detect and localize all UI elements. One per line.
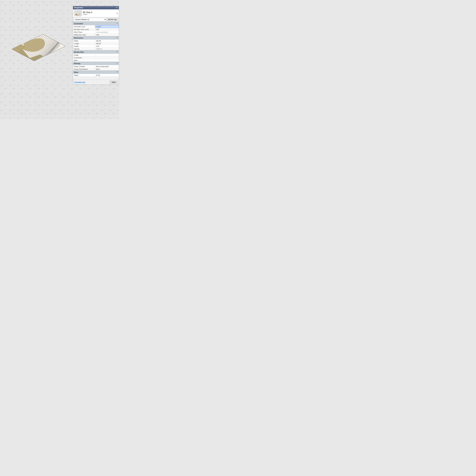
- prop-value[interactable]: 260.00: [95, 42, 119, 45]
- prop-volume: Volume 0.094 m2: [73, 48, 119, 50]
- prop-label: Length: [73, 42, 95, 45]
- other-properties: Offset 31.50: [73, 74, 119, 77]
- section-other[interactable]: Other ⌃: [73, 70, 119, 74]
- prop-width: Width 180.00: [73, 40, 119, 42]
- prop-phase-created: Phase Created New Construction: [73, 65, 119, 68]
- type-dropdown[interactable]: Generic Models (1): [74, 18, 106, 21]
- identity-data-label: Identity Data: [74, 51, 84, 53]
- dimensions-properties: Width 180.00 Length 260.00 Height 2.00 V…: [73, 40, 119, 50]
- prop-value[interactable]: 0.00: [95, 28, 119, 31]
- prop-label: Offset: [73, 74, 95, 76]
- dropdown-arrow-icon: ▾: [117, 12, 118, 15]
- apply-button[interactable]: Apply: [110, 81, 118, 84]
- dimensions-label: Dimensions: [74, 37, 83, 39]
- prop-value[interactable]: Level 1: [95, 25, 119, 28]
- prop-value[interactable]: [95, 59, 119, 62]
- prop-value[interactable]: New Construction: [95, 65, 119, 68]
- panel-footer: Properties help Apply: [73, 80, 119, 85]
- prop-work-plane: Work Plane <not associated>: [73, 31, 119, 34]
- prop-label: Phase Created: [73, 65, 95, 68]
- edit-type-icon: ⊞: [108, 18, 110, 20]
- section-phasing[interactable]: Phasing ⌃: [73, 62, 119, 65]
- prop-length: Length 260.00: [73, 42, 119, 45]
- prop-label: Height: [73, 45, 95, 48]
- constraints-properties: Schedule Level Level 1 Elevation from Le…: [73, 25, 119, 36]
- prop-label: Phase Demolished: [73, 68, 95, 70]
- prop-value[interactable]: None: [95, 68, 119, 70]
- constraints-label: Constraints: [74, 23, 83, 25]
- properties-panel: Properties ✕ RD_Rug 11 Green: [73, 6, 119, 85]
- other-label: Other: [74, 71, 78, 73]
- prop-label: Elevation from Level: [73, 28, 95, 31]
- edit-type-label: Edit Type: [110, 18, 117, 20]
- svg-line-45: [59, 25, 66, 47]
- prop-offset-from-host: Offset from Host 0.00: [73, 34, 119, 36]
- other-toggle-icon: ⌃: [116, 71, 118, 73]
- identity-data-properties: Image Comments Mark: [73, 54, 119, 62]
- item-thumbnail: [74, 10, 82, 16]
- prop-label: Mark: [73, 59, 95, 62]
- prop-label: Volume: [73, 48, 95, 50]
- prop-label: Schedule Level: [73, 25, 95, 28]
- prop-image: Image: [73, 54, 119, 56]
- prop-label: Image: [73, 54, 95, 56]
- prop-value[interactable]: 31.50: [95, 74, 119, 76]
- prop-label: Width: [73, 40, 95, 42]
- constraints-toggle-icon: ⌃: [116, 22, 118, 25]
- phasing-label: Phasing: [74, 63, 80, 64]
- phasing-properties: Phase Created New Construction Phase Dem…: [73, 65, 119, 70]
- close-button[interactable]: ✕: [116, 7, 118, 9]
- prop-comments: Comments: [73, 56, 119, 59]
- dimensions-toggle-icon: ⌃: [116, 37, 118, 39]
- prop-value[interactable]: [95, 54, 119, 56]
- panel-header: RD_Rug 11 Green ▾: [73, 9, 119, 17]
- section-dimensions[interactable]: Dimensions ⌃: [73, 36, 119, 40]
- section-identity-data[interactable]: Identity Data ⌃: [73, 50, 119, 54]
- prop-value[interactable]: 180.00: [95, 40, 119, 42]
- item-info: RD_Rug 11 Green: [83, 11, 116, 15]
- prop-value[interactable]: [95, 56, 119, 59]
- panel-title: Properties: [74, 7, 83, 9]
- prop-elevation-from-level: Elevation from Level 0.00: [73, 28, 119, 31]
- prop-value: 0.094 m2: [95, 48, 119, 50]
- item-subtype: Green: [83, 13, 116, 15]
- empty-space: [73, 77, 119, 80]
- prop-label: Offset from Host: [73, 34, 95, 36]
- identity-toggle-icon: ⌃: [116, 51, 118, 53]
- prop-schedule-level: Schedule Level Level 1: [73, 25, 119, 28]
- prop-mark: Mark: [73, 59, 119, 62]
- section-constraints[interactable]: Constraints ⌃: [73, 22, 119, 25]
- prop-value[interactable]: 2.00: [95, 45, 119, 48]
- type-selector-row: Generic Models (1) ⊞ Edit Type: [73, 17, 119, 22]
- panel-titlebar: Properties ✕: [73, 6, 119, 9]
- properties-help-link[interactable]: Properties help: [74, 81, 85, 83]
- prop-phase-demolished: Phase Demolished None: [73, 68, 119, 70]
- phasing-toggle-icon: ⌃: [116, 62, 118, 65]
- prop-value[interactable]: 0.00: [95, 34, 119, 36]
- prop-label: Comments: [73, 56, 95, 59]
- rug-illustration: [3, 19, 66, 61]
- edit-type-button[interactable]: ⊞ Edit Type: [107, 18, 118, 21]
- prop-height: Height 2.00: [73, 45, 119, 48]
- prop-offset: Offset 31.50: [73, 74, 119, 77]
- prop-label: Work Plane: [73, 31, 95, 33]
- item-name: RD_Rug 11: [83, 11, 116, 13]
- prop-value: <not associated>: [95, 31, 119, 33]
